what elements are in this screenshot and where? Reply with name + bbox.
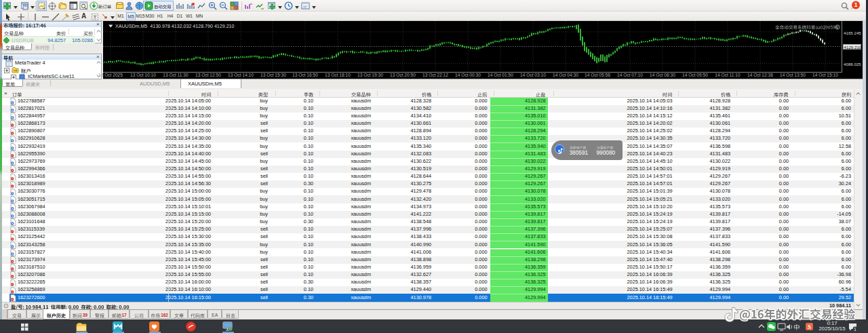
svg-text:T: T [94,14,97,20]
svg-text:1: 1 [854,327,856,332]
svg-text:1: 1 [854,1,858,8]
